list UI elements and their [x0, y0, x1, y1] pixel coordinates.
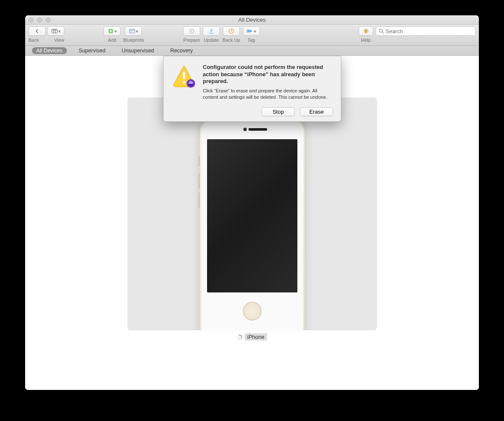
scope-recovery[interactable]: Recovery	[166, 47, 197, 54]
prepare-button[interactable]	[183, 26, 200, 36]
tag-button[interactable]: ▾	[243, 26, 260, 36]
app-window: All Devices ▾ Back View ▾	[25, 15, 479, 390]
warning-icon	[171, 64, 197, 88]
back-label: Back	[29, 37, 39, 43]
svg-rect-5	[129, 29, 135, 33]
backup-button[interactable]	[223, 26, 240, 36]
clock-icon	[228, 28, 234, 34]
add-label: Add	[108, 37, 116, 43]
view-label: View	[54, 37, 64, 43]
window-title: All Devices	[29, 17, 475, 23]
erase-button[interactable]: Erase	[300, 107, 333, 116]
svg-rect-0	[52, 29, 57, 33]
stop-button[interactable]: Stop	[262, 107, 295, 116]
device-card[interactable]	[127, 97, 377, 330]
view-button[interactable]: ▾	[47, 26, 64, 36]
device-image-iphone	[199, 117, 305, 330]
traffic-lights	[29, 17, 51, 23]
svg-line-19	[241, 338, 242, 339]
scope-unsupervised[interactable]: Unsupervised	[117, 47, 158, 54]
chevron-down-icon: ▾	[136, 29, 138, 34]
svg-line-17	[241, 335, 242, 336]
minimize-icon[interactable]	[37, 17, 42, 23]
toolbar: ▾ Back View ▾ Add ▾ Blueprints	[25, 25, 479, 46]
device-name-label[interactable]: iPhone	[245, 333, 267, 341]
alert-dialog: Configurator could not perform the reque…	[163, 56, 341, 122]
gear-icon	[189, 28, 195, 34]
tag-icon	[246, 29, 253, 33]
dialog-description: Click “Erase” to erase and prepare the d…	[203, 88, 333, 100]
svg-line-23	[238, 335, 239, 336]
device-label-row: iPhone	[25, 333, 479, 341]
help-button[interactable]: ?	[359, 26, 373, 36]
svg-point-25	[183, 81, 185, 83]
zoom-icon[interactable]	[46, 17, 51, 23]
blueprints-icon	[129, 29, 135, 33]
help-label: Help	[361, 37, 371, 43]
svg-text:?: ?	[365, 29, 367, 34]
chevron-down-icon: ▾	[58, 29, 60, 34]
search-input[interactable]	[386, 28, 472, 34]
plus-icon	[108, 28, 114, 34]
scopebar: All Devices Supervised Unsupervised Reco…	[25, 46, 479, 56]
search-field[interactable]	[376, 26, 475, 36]
blueprints-label: Blueprints	[123, 37, 144, 43]
grid-icon	[52, 29, 58, 33]
scope-supervised[interactable]: Supervised	[75, 47, 110, 54]
chevron-down-icon: ▾	[254, 29, 256, 34]
blueprints-button[interactable]: ▾	[125, 26, 142, 36]
content-area: iPhone Configurator could not perform th…	[25, 56, 479, 390]
help-icon: ?	[363, 28, 369, 34]
dialog-title: Configurator could not perform the reque…	[203, 64, 333, 85]
spinner-icon	[237, 334, 243, 340]
scope-all-devices[interactable]: All Devices	[32, 47, 67, 54]
chevron-left-icon	[35, 29, 39, 33]
svg-point-11	[248, 31, 248, 32]
close-icon[interactable]	[29, 17, 34, 23]
svg-line-15	[382, 32, 383, 33]
svg-line-21	[238, 338, 239, 339]
prepare-label: Prepare	[183, 37, 200, 43]
download-icon	[209, 28, 214, 34]
svg-rect-27	[188, 84, 193, 86]
search-icon	[379, 29, 384, 34]
svg-rect-24	[183, 72, 185, 79]
add-button[interactable]: ▾	[104, 26, 121, 36]
update-label: Update	[204, 37, 219, 43]
svg-point-9	[191, 30, 192, 32]
titlebar: All Devices	[25, 15, 479, 25]
chevron-down-icon: ▾	[115, 29, 117, 34]
update-button[interactable]	[203, 26, 220, 36]
backup-label: Back Up	[222, 37, 240, 43]
back-button[interactable]	[29, 26, 46, 36]
tag-label: Tag	[248, 37, 255, 43]
